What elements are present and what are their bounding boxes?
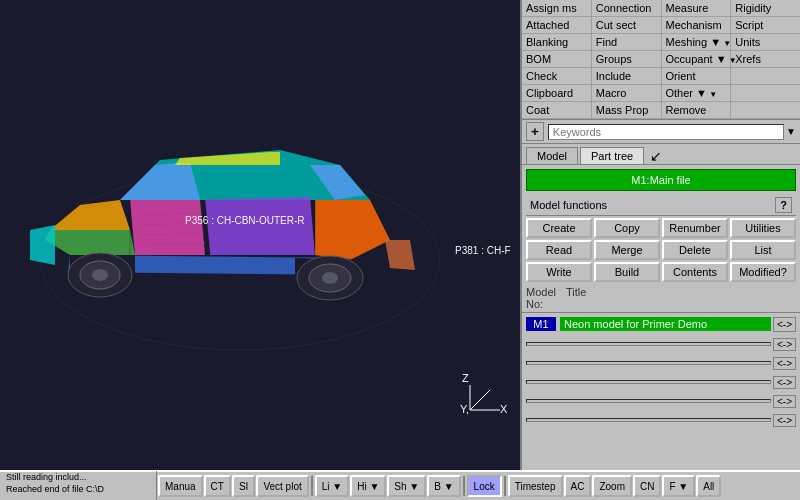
func-renumber[interactable]: Renumber <box>662 218 728 238</box>
menu-measure[interactable]: Measure <box>662 0 732 16</box>
func-create[interactable]: Create <box>526 218 592 238</box>
func-modified[interactable]: Modified? <box>730 262 796 282</box>
toolbar-zoom[interactable]: Zoom <box>592 475 632 497</box>
menu-find[interactable]: Find <box>592 34 662 50</box>
model-rows-container: M1 Neon model for Primer Demo <-> <-> <-… <box>522 314 800 429</box>
model-list-header: Model No: Title <box>522 284 800 313</box>
menu-grid: Assign ms Connection Measure Rigidity At… <box>522 0 800 120</box>
menu-occupant[interactable]: Occupant ▼ <box>662 51 732 67</box>
menu-row-7: Coat Mass Prop Remove <box>522 102 800 119</box>
keywords-input[interactable] <box>548 124 784 140</box>
model-row-M1: M1 Neon model for Primer Demo <-> <box>526 314 796 334</box>
menu-empty-7 <box>731 102 800 118</box>
menu-check[interactable]: Check <box>522 68 592 84</box>
spare-label <box>526 342 771 346</box>
menu-remove[interactable]: Remove <box>662 102 732 118</box>
func-row-3: Write Build Contents Modified? <box>526 262 796 282</box>
func-delete[interactable]: Delete <box>662 240 728 260</box>
menu-clipboard[interactable]: Clipboard <box>522 85 592 101</box>
spare-arrow[interactable]: <-> <box>773 414 796 427</box>
menu-assign-ms[interactable]: Assign ms <box>522 0 592 16</box>
menu-rigidity[interactable]: Rigidity <box>731 0 800 16</box>
func-row-1: Create Copy Renumber Utilities <box>526 218 796 238</box>
status-line-2: Reached end of file C:\D <box>2 483 156 495</box>
menu-xrefs[interactable]: Xrefs <box>731 51 800 67</box>
menu-orient[interactable]: Orient <box>662 68 732 84</box>
toolbar-ct[interactable]: CT <box>204 475 231 497</box>
spare-row-1: <-> <box>526 354 796 372</box>
tabs-bar: Model Part tree ↙ <box>522 144 800 165</box>
menu-empty-5 <box>731 68 800 84</box>
menu-bom[interactable]: BOM <box>522 51 592 67</box>
menu-mechanism[interactable]: Mechanism <box>662 17 732 33</box>
func-row-2: Read Merge Delete List <box>526 240 796 260</box>
keywords-dropdown-icon[interactable]: ▼ <box>786 126 796 137</box>
menu-other[interactable]: Other ▼ <box>662 85 732 101</box>
model-functions-title: Model functions <box>530 199 607 211</box>
keywords-plus-button[interactable]: + <box>526 122 544 141</box>
toolbar-f[interactable]: F ▼ <box>662 475 695 497</box>
spare-label <box>526 418 771 422</box>
spare-label <box>526 380 771 384</box>
toolbar-si[interactable]: SI <box>232 475 255 497</box>
toolbar-li[interactable]: Li ▼ <box>315 475 349 497</box>
spare-arrow[interactable]: <-> <box>773 357 796 370</box>
menu-empty-6 <box>731 85 800 101</box>
spare-row-2: <-> <box>526 373 796 391</box>
menu-units[interactable]: Units <box>731 34 800 50</box>
toolbar-cn[interactable]: CN <box>633 475 661 497</box>
spare-row-0: <-> <box>526 335 796 353</box>
menu-mass-prop[interactable]: Mass Prop <box>592 102 662 118</box>
spare-arrow[interactable]: <-> <box>773 395 796 408</box>
tab-model[interactable]: Model <box>526 147 578 164</box>
spare-label <box>526 399 771 403</box>
toolbar-ac[interactable]: AC <box>564 475 592 497</box>
menu-meshing[interactable]: Meshing ▼ <box>662 34 732 50</box>
toolbar-manua[interactable]: Manua <box>158 475 203 497</box>
menu-blanking[interactable]: Blanking <box>522 34 592 50</box>
func-write[interactable]: Write <box>526 262 592 282</box>
toolbar-vect-plot[interactable]: Vect plot <box>256 475 308 497</box>
spare-row-4: <-> <box>526 411 796 429</box>
status-line-1: Still reading includ... <box>2 471 156 483</box>
toolbar-hi[interactable]: Hi ▼ <box>350 475 386 497</box>
menu-groups[interactable]: Groups <box>592 51 662 67</box>
func-utilities[interactable]: Utilities <box>730 218 796 238</box>
svg-point-4 <box>92 269 108 281</box>
keywords-bar: + ▼ <box>522 120 800 144</box>
spare-arrow[interactable]: <-> <box>773 338 796 351</box>
func-list[interactable]: List <box>730 240 796 260</box>
func-merge[interactable]: Merge <box>594 240 660 260</box>
menu-cut-sect[interactable]: Cut sect <box>592 17 662 33</box>
functions-grid: Create Copy Renumber Utilities Read Merg… <box>526 218 796 282</box>
part-label-p356: P356 : CH-CBN-OUTER-R <box>185 215 304 226</box>
toolbar-sh[interactable]: Sh ▼ <box>387 475 426 497</box>
spare-arrow[interactable]: <-> <box>773 376 796 389</box>
toolbar-lock[interactable]: Lock <box>467 475 502 497</box>
menu-include[interactable]: Include <box>592 68 662 84</box>
func-read[interactable]: Read <box>526 240 592 260</box>
menu-row-5: Check Include Orient <box>522 68 800 85</box>
toolbar-timestep[interactable]: Timestep <box>508 475 563 497</box>
menu-connection[interactable]: Connection <box>592 0 662 16</box>
3d-viewport[interactable]: X Z Y, P356 : CH-CBN-OUTER-R P381 : CH-F <box>0 0 520 470</box>
toolbar-sep-1 <box>311 476 313 496</box>
func-copy[interactable]: Copy <box>594 218 660 238</box>
model-title: Neon model for Primer Demo <box>560 317 771 331</box>
main-file-button[interactable]: M1:Main file <box>526 169 796 191</box>
func-build[interactable]: Build <box>594 262 660 282</box>
toolbar-all[interactable]: All <box>696 475 721 497</box>
menu-row-3: Blanking Find Meshing ▼ Units <box>522 34 800 51</box>
menu-macro[interactable]: Macro <box>592 85 662 101</box>
tab-part-tree[interactable]: Part tree <box>580 147 644 164</box>
toolbar-b[interactable]: B ▼ <box>427 475 460 497</box>
menu-attached[interactable]: Attached <box>522 17 592 33</box>
part-label-p381: P381 : CH-F <box>455 245 511 256</box>
help-button[interactable]: ? <box>775 197 792 213</box>
svg-text:Y,: Y, <box>460 403 469 415</box>
func-contents[interactable]: Contents <box>662 262 728 282</box>
model-functions-header: Model functions ? <box>526 195 796 216</box>
menu-coat[interactable]: Coat <box>522 102 592 118</box>
model-arrow-button[interactable]: <-> <box>773 317 796 332</box>
menu-script[interactable]: Script <box>731 17 800 33</box>
